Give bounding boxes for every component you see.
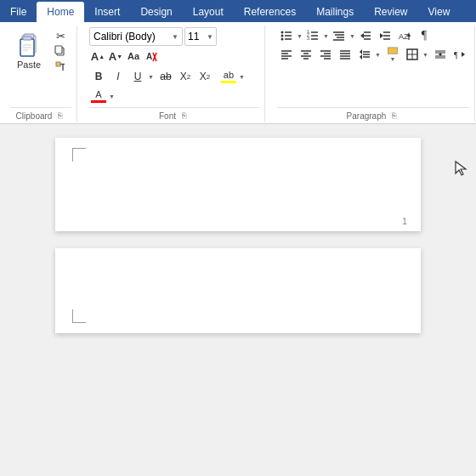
paragraph-content: ▼ 1. 2. 3. ▼ — [277, 26, 469, 105]
show-formatting-button[interactable]: ¶ — [415, 27, 434, 44]
highlight-color-bar — [221, 81, 236, 83]
tab-references[interactable]: References — [234, 2, 306, 22]
tab-home[interactable]: Home — [37, 2, 84, 22]
font-expand-button[interactable]: ⎘ — [178, 110, 190, 122]
font-color-bar — [91, 100, 106, 103]
font-color-button[interactable]: A — [89, 87, 108, 105]
rtl-button[interactable]: ¶ — [450, 46, 469, 63]
svg-marker-75 — [462, 52, 465, 57]
tab-file[interactable]: File — [0, 2, 37, 22]
clipboard-small-buttons: ✂ — [49, 27, 71, 75]
clipboard-expand-button[interactable]: ⎘ — [54, 110, 65, 122]
justify-button[interactable] — [336, 46, 354, 63]
copy-button[interactable] — [49, 44, 71, 59]
paragraph-label: Paragraph ⎘ — [277, 107, 469, 122]
underline-button[interactable]: U — [128, 67, 147, 86]
increase-font-size-button[interactable]: A▲ — [89, 48, 106, 65]
tab-layout[interactable]: Layout — [183, 2, 234, 22]
tab-insert[interactable]: Insert — [84, 2, 130, 22]
strikethrough-button[interactable]: ab — [156, 67, 175, 86]
paste-icon — [17, 32, 41, 60]
bold-button[interactable]: B — [89, 67, 108, 86]
font-size-dropdown-arrow: ▼ — [207, 33, 213, 41]
align-right-button[interactable] — [316, 46, 335, 63]
line-spacing-button[interactable] — [355, 46, 374, 63]
font-content: Calibri (Body) ▼ 11 ▼ A▲ A▼ Aa A — [89, 26, 259, 105]
svg-point-15 — [281, 31, 284, 34]
paste-label: Paste — [17, 60, 41, 70]
format-buttons-row: B I U ▼ ab X2 X2 ab ▼ A ▼ — [89, 67, 259, 105]
shading-button[interactable]: ▼ — [383, 46, 402, 63]
svg-point-19 — [281, 38, 284, 41]
font-name-value: Calibri (Body) — [94, 31, 172, 42]
paragraph-spacing-button[interactable] — [431, 46, 450, 63]
page-1: 1 — [55, 138, 421, 231]
tab-design[interactable]: Design — [130, 2, 182, 22]
font-group: Calibri (Body) ▼ 11 ▼ A▲ A▼ Aa A — [84, 26, 265, 122]
highlight-dropdown-arrow[interactable]: ▼ — [239, 74, 245, 80]
page-top-area: 1 — [55, 138, 421, 231]
svg-text:A: A — [146, 52, 152, 61]
align-left-button[interactable] — [277, 46, 296, 63]
text-highlight-button[interactable]: ab — [219, 67, 238, 86]
paragraph-row-1: ▼ 1. 2. 3. ▼ — [277, 27, 469, 44]
svg-rect-9 — [56, 62, 60, 66]
italic-button[interactable]: I — [109, 67, 128, 86]
sort-button[interactable]: AZ — [395, 27, 414, 44]
bullets-button[interactable] — [277, 27, 296, 44]
font-color-dropdown-arrow[interactable]: ▼ — [109, 94, 115, 99]
clear-formatting-button[interactable]: A — [143, 48, 160, 65]
font-name-selector[interactable]: Calibri (Body) ▼ — [89, 27, 183, 46]
clipboard-label: Clipboard ⎘ — [10, 107, 71, 122]
paragraph-expand-button[interactable]: ⎘ — [388, 110, 400, 122]
svg-marker-31 — [360, 33, 364, 38]
paragraph-group: ▼ 1. 2. 3. ▼ — [272, 26, 475, 122]
paragraph-inner: ▼ 1. 2. 3. ▼ — [277, 27, 469, 63]
paste-button[interactable]: Paste — [10, 27, 48, 75]
font-selector-row: Calibri (Body) ▼ 11 ▼ A▲ A▼ Aa A — [89, 27, 259, 65]
page-number: 1 — [402, 216, 407, 226]
tab-mailings[interactable]: Mailings — [306, 2, 364, 22]
font-size-value: 11 — [188, 31, 207, 42]
ribbon: Paste ✂ Cl — [0, 22, 476, 124]
cut-button[interactable]: ✂ — [49, 29, 71, 43]
bullets-dropdown[interactable]: ▼ — [297, 33, 303, 39]
format-painter-button[interactable] — [49, 60, 71, 74]
document-area: 1 — [0, 124, 476, 476]
svg-text:¶: ¶ — [454, 50, 458, 60]
line-spacing-dropdown[interactable]: ▼ — [375, 52, 381, 58]
decrease-font-size-button[interactable]: A▼ — [107, 48, 124, 65]
font-label: Font ⎘ — [89, 107, 259, 122]
svg-rect-63 — [388, 48, 397, 54]
tab-row: File Home Insert Design Layout Reference… — [0, 0, 476, 22]
font-size-buttons: A▲ A▼ Aa A — [89, 48, 160, 65]
font-size-selector[interactable]: 11 ▼ — [184, 27, 217, 46]
multilevel-dropdown[interactable]: ▼ — [349, 33, 355, 39]
page-corner-bottom-left — [72, 309, 86, 323]
borders-dropdown[interactable]: ▼ — [422, 52, 428, 58]
svg-text:3.: 3. — [307, 36, 310, 41]
svg-marker-58 — [360, 49, 362, 54]
svg-rect-3 — [23, 37, 31, 40]
svg-rect-8 — [55, 46, 62, 54]
superscript-button[interactable]: X2 — [196, 67, 214, 86]
subscript-button[interactable]: X2 — [176, 67, 195, 86]
clipboard-content: Paste ✂ — [10, 26, 71, 105]
clipboard-group: Paste ✂ Cl — [5, 26, 77, 122]
tab-review[interactable]: Review — [364, 2, 417, 22]
increase-indent-button[interactable] — [376, 27, 394, 44]
page-2 — [55, 248, 421, 333]
numbering-button[interactable]: 1. 2. 3. — [303, 27, 322, 44]
tab-view[interactable]: View — [418, 2, 461, 22]
multilevel-list-button[interactable] — [330, 27, 348, 44]
borders-button[interactable] — [403, 46, 422, 63]
numbering-dropdown[interactable]: ▼ — [323, 33, 329, 39]
page-corner-top-left — [72, 148, 86, 162]
change-case-button[interactable]: Aa — [125, 48, 142, 65]
paragraph-row-2: ▼ ▼ — [277, 46, 469, 63]
svg-marker-79 — [456, 162, 466, 175]
align-center-button[interactable] — [297, 46, 315, 63]
underline-dropdown-arrow[interactable]: ▼ — [148, 74, 154, 80]
shading-dropdown[interactable]: ▼ — [389, 56, 395, 62]
decrease-indent-button[interactable] — [356, 27, 375, 44]
